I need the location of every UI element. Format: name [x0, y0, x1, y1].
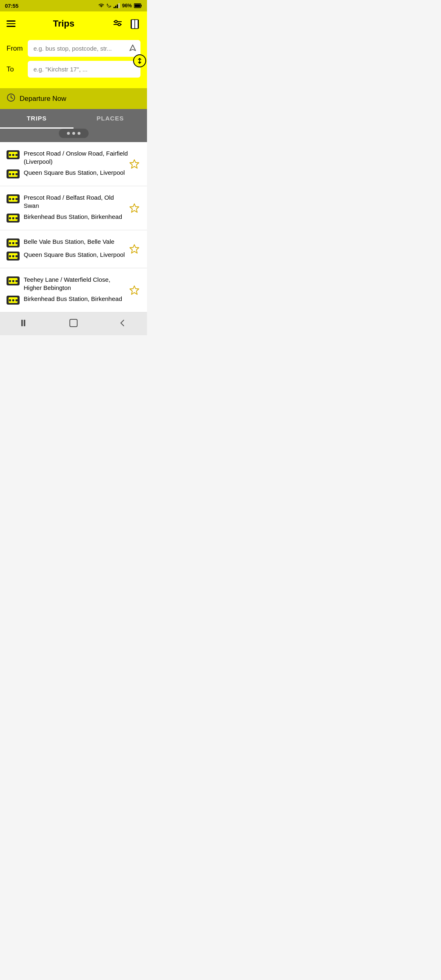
to-input[interactable]	[28, 61, 140, 78]
svg-rect-23	[21, 320, 23, 326]
svg-rect-6	[135, 4, 140, 7]
dot-3	[78, 132, 80, 135]
signal-icon	[114, 3, 120, 8]
svg-point-10	[118, 23, 120, 26]
to-stop-row: Queen Square Bus Station, Liverpool	[7, 167, 128, 180]
bus-icon	[7, 150, 20, 159]
map-icon[interactable]	[129, 18, 140, 29]
svg-marker-20	[130, 204, 139, 212]
trip-item[interactable]: Teehey Lane / Waterfield Close, Higher B…	[0, 268, 147, 312]
star-button[interactable]	[128, 284, 140, 296]
from-stop-row: Belle Vale Bus Station, Belle Vale	[7, 236, 128, 249]
to-input-wrapper	[28, 61, 140, 78]
from-stop-row: Prescot Road / Onslow Road, Fairfield (L…	[7, 148, 128, 167]
trip-item[interactable]: Prescot Road / Belfast Road, Old Swan Bi…	[0, 186, 147, 230]
bus-icon	[7, 194, 20, 203]
from-row: From	[7, 40, 140, 57]
from-stop-name: Prescot Road / Belfast Road, Old Swan	[24, 194, 128, 209]
trip-item[interactable]: Prescot Road / Onslow Road, Fairfield (L…	[0, 142, 147, 186]
status-bar: 07:55 96%	[0, 0, 147, 11]
bus-icon	[7, 169, 20, 178]
dot-2	[72, 132, 75, 135]
to-stop-name: Birkenhead Bus Station, Birkenhead	[24, 213, 122, 221]
star-button[interactable]	[128, 202, 140, 214]
svg-rect-5	[141, 5, 142, 7]
svg-rect-0	[114, 7, 115, 8]
location-icon	[129, 44, 136, 53]
svg-marker-22	[130, 286, 139, 294]
tab-places[interactable]: PLACES	[74, 109, 147, 129]
home-button[interactable]	[69, 318, 78, 328]
page-title: Trips	[53, 18, 75, 29]
to-stop-name: Queen Square Bus Station, Liverpool	[24, 169, 125, 177]
to-stop-row: Queen Square Bus Station, Liverpool	[7, 249, 128, 262]
trip-stops: Prescot Road / Belfast Road, Old Swan Bi…	[7, 192, 128, 224]
recents-button[interactable]	[20, 318, 29, 328]
from-stop-row: Teehey Lane / Waterfield Close, Higher B…	[7, 274, 128, 293]
svg-line-18	[11, 98, 13, 98]
departure-label: Departure Now	[20, 95, 66, 103]
status-icons: 96%	[98, 3, 142, 9]
to-stop-name: Birkenhead Bus Station, Birkenhead	[24, 295, 122, 303]
svg-marker-14	[130, 45, 136, 51]
from-stop-row: Prescot Road / Belfast Road, Old Swan	[7, 192, 128, 211]
filter-icon[interactable]	[112, 18, 123, 29]
from-stop-name: Prescot Road / Onslow Road, Fairfield (L…	[24, 149, 128, 165]
to-stop-row: Birkenhead Bus Station, Birkenhead	[7, 293, 128, 306]
svg-rect-1	[115, 6, 116, 8]
bus-icon	[7, 214, 20, 223]
svg-marker-21	[130, 245, 139, 253]
tab-bar: TRIPS PLACES	[0, 109, 147, 129]
hamburger-menu-button[interactable]	[7, 20, 16, 27]
bottom-nav	[0, 312, 147, 335]
svg-point-9	[115, 20, 117, 23]
from-input-wrapper	[28, 40, 140, 57]
clock-icon	[7, 93, 16, 104]
to-row: To	[7, 61, 140, 78]
star-button[interactable]	[128, 243, 140, 255]
from-label: From	[7, 45, 28, 53]
bus-icon	[7, 296, 20, 305]
svg-rect-2	[117, 4, 118, 8]
battery-text: 96%	[122, 3, 132, 9]
svg-rect-25	[70, 319, 77, 327]
wifi-icon	[98, 3, 105, 8]
home-icon	[69, 318, 78, 328]
to-label: To	[7, 65, 28, 74]
header: Trips	[0, 11, 147, 36]
bus-icon	[7, 276, 20, 285]
svg-rect-24	[24, 320, 25, 326]
svg-rect-3	[118, 3, 120, 8]
back-button[interactable]	[118, 318, 127, 328]
trip-stops: Teehey Lane / Waterfield Close, Higher B…	[7, 274, 128, 306]
back-icon	[118, 318, 127, 328]
drag-handle	[59, 129, 89, 138]
trip-item[interactable]: Belle Vale Bus Station, Belle Vale Queen…	[0, 230, 147, 268]
search-section: From To	[0, 36, 147, 88]
dot-1	[67, 132, 70, 135]
battery-icon	[134, 3, 142, 8]
swap-button[interactable]	[133, 54, 146, 67]
header-action-icons	[112, 18, 140, 29]
drag-handle-wrapper	[0, 129, 147, 142]
tab-trips[interactable]: TRIPS	[0, 109, 74, 129]
bus-icon	[7, 238, 20, 247]
trips-list: Prescot Road / Onslow Road, Fairfield (L…	[0, 142, 147, 312]
from-stop-name: Teehey Lane / Waterfield Close, Higher B…	[24, 276, 128, 292]
call-icon	[107, 3, 111, 8]
star-button[interactable]	[128, 158, 140, 170]
recents-icon	[20, 318, 29, 328]
to-stop-row: Birkenhead Bus Station, Birkenhead	[7, 211, 128, 224]
trip-stops: Prescot Road / Onslow Road, Fairfield (L…	[7, 148, 128, 180]
from-stop-name: Belle Vale Bus Station, Belle Vale	[24, 238, 114, 246]
status-time: 07:55	[5, 3, 18, 9]
svg-marker-19	[130, 160, 139, 168]
departure-bar[interactable]: Departure Now	[0, 88, 147, 109]
from-input[interactable]	[28, 40, 140, 57]
trip-stops: Belle Vale Bus Station, Belle Vale Queen…	[7, 236, 128, 262]
to-stop-name: Queen Square Bus Station, Liverpool	[24, 251, 125, 259]
bus-icon	[7, 252, 20, 261]
